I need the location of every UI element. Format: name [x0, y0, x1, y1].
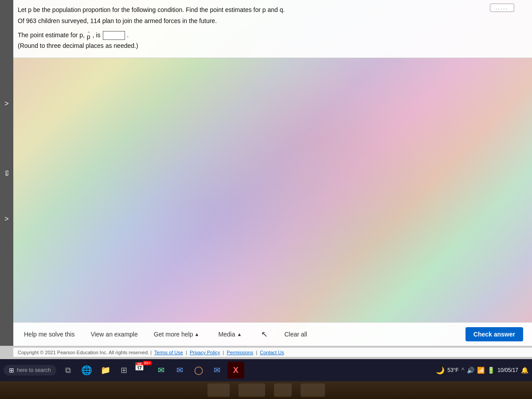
taskbar-search-text: here to search	[17, 367, 51, 373]
permissions-link[interactable]: Permissions	[227, 350, 253, 355]
shield-app-icon[interactable]: ✉	[209, 362, 226, 379]
contact-us-link[interactable]: Contact Us	[260, 350, 284, 355]
moon-icon: 🌙	[436, 366, 445, 375]
notification-app-icon[interactable]: 📅 99+	[134, 362, 151, 379]
view-example-button[interactable]: View an example	[89, 330, 139, 339]
answer-input-box[interactable]	[103, 31, 125, 40]
check-answer-button[interactable]: Check answer	[466, 327, 523, 341]
expand-icon[interactable]: ^	[462, 367, 465, 374]
mail-app-icon-1[interactable]: ✉	[153, 362, 170, 379]
edge-browser-icon[interactable]: 🌐	[78, 362, 95, 379]
get-more-help-label: Get more help	[154, 331, 193, 338]
clear-all-button[interactable]: Clear all	[282, 330, 309, 339]
notification-icon[interactable]: 🔔	[521, 367, 528, 374]
media-button[interactable]: Media ▲	[213, 329, 246, 340]
bottom-toolbar: Help me solve this View an example Get m…	[13, 322, 532, 346]
taskbar-time: 10/05/17	[497, 367, 518, 373]
windows-taskbar: ⊞ here to search ⧉ 🌐 📁 ⊞ 📅 99+ ✉ ✉	[0, 359, 532, 381]
circle-app-icon[interactable]: ◯	[190, 362, 207, 379]
task-view-icon[interactable]: ⧉	[60, 362, 77, 379]
shelf-item-4	[301, 383, 325, 397]
file-explorer-icon[interactable]: 📁	[97, 362, 114, 379]
terms-of-use-link[interactable]: Terms of Use	[154, 350, 183, 355]
battery-icon[interactable]: 🔋	[487, 367, 495, 374]
notification-badge: 99+	[142, 361, 152, 365]
answer-area: The point estimate for p, ^ p , is . (Ro…	[18, 30, 523, 51]
apps-grid-icon[interactable]: ⊞	[116, 362, 133, 379]
answer-note: (Round to three decimal places as needed…	[18, 42, 138, 49]
get-more-help-button[interactable]: Get more help ▲	[152, 330, 201, 339]
shelf-item-3	[274, 383, 292, 397]
question-line2: Of 963 children surveyed, 114 plan to jo…	[18, 16, 523, 26]
x-app-icon[interactable]: X	[227, 362, 244, 379]
left-nav-arrow-1[interactable]: >	[0, 98, 13, 110]
windows-icon: ⊞	[9, 367, 14, 374]
get-more-help-arrow-icon: ▲	[194, 332, 199, 337]
cursor-icon: ↖	[261, 329, 268, 339]
left-nav-arrow-2[interactable]: >	[0, 213, 13, 225]
media-label: Media	[218, 331, 235, 338]
temperature-display: 53°F	[447, 367, 458, 373]
media-arrow-icon: ▲	[237, 332, 242, 337]
p-hat-symbol: ^ p	[87, 31, 90, 40]
left-edge-label: es	[4, 170, 10, 176]
shelf-item-2	[239, 383, 265, 397]
copyright-bar: Copyright © 2021 Pearson Education Inc. …	[13, 348, 532, 357]
dots-menu-button[interactable]: .....	[490, 4, 514, 12]
question-line1: Let p be the population proportion for t…	[18, 5, 523, 15]
shelf-item-1	[207, 383, 230, 397]
privacy-policy-link[interactable]: Privacy Policy	[190, 350, 220, 355]
taskbar-date: 10/05/17	[497, 367, 518, 373]
bottom-shelf	[0, 381, 532, 399]
answer-suffix: , is	[93, 31, 101, 39]
question-panel: ..... Let p be the population proportion…	[13, 0, 532, 58]
speaker-icon[interactable]: 🔊	[467, 367, 474, 374]
left-edge-bar: es	[0, 0, 13, 346]
taskbar-right-area: 🌙 53°F ^ 🔊 📶 🔋 10/05/17 🔔	[436, 366, 528, 375]
help-me-solve-button[interactable]: Help me solve this	[22, 330, 76, 339]
taskbar-icons-area: ⧉ 🌐 📁 ⊞ 📅 99+ ✉ ✉ ◯ ✉	[60, 362, 436, 379]
taskbar-search-area[interactable]: ⊞ here to search	[4, 365, 56, 376]
answer-prefix: The point estimate for p,	[18, 31, 86, 39]
mail-app-icon-2[interactable]: ✉	[172, 362, 188, 379]
wifi-icon[interactable]: 📶	[477, 367, 485, 374]
copyright-text: Copyright © 2021 Pearson Education Inc. …	[18, 350, 149, 355]
